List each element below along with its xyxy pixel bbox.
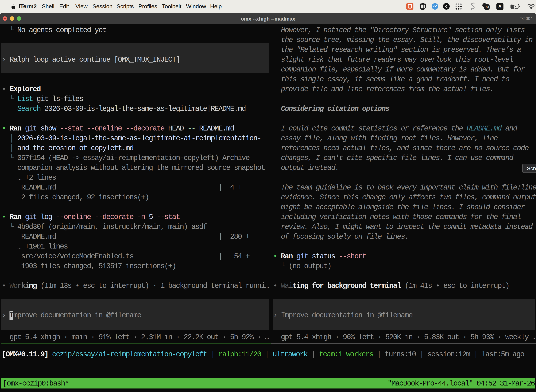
svg-text:A: A: [498, 4, 502, 9]
svg-text:..61: ..61: [484, 5, 489, 9]
